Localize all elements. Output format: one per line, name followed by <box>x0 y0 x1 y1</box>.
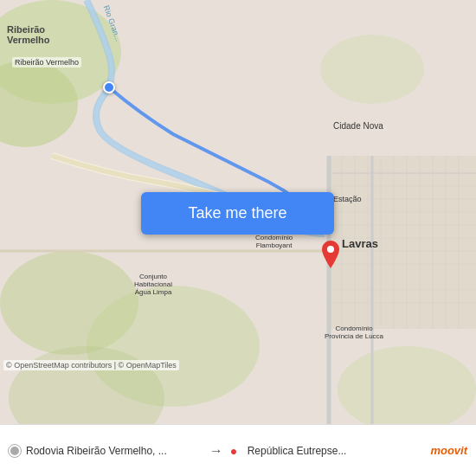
svg-point-7 <box>320 35 424 104</box>
map-container: RibeirãoVermelho Ribeirão Vermelho Rio G… <box>0 0 476 424</box>
bottom-bar: Rodovia Ribeirão Vermelho, ... → ● Repúb… <box>0 424 476 476</box>
map-attribution: © OpenStreetMap contributors | © OpenMap… <box>3 360 179 370</box>
dest-section: ● República Eutrepse... <box>230 445 424 457</box>
arrow-icon: → <box>203 443 230 459</box>
moovit-logo: moovit <box>430 444 467 457</box>
take-me-there-button[interactable]: Take me there <box>141 192 334 235</box>
destination-marker <box>322 241 339 272</box>
origin-marker <box>103 81 115 93</box>
origin-dot-icon <box>9 445 21 457</box>
origin-label: Rodovia Ribeirão Vermelho, ... <box>26 445 167 457</box>
svg-point-4 <box>0 251 138 355</box>
dest-pin-icon: ● <box>230 445 242 457</box>
origin-section: Rodovia Ribeirão Vermelho, ... <box>9 445 203 457</box>
svg-point-33 <box>327 246 334 253</box>
dest-label: República Eutrepse... <box>248 445 347 457</box>
